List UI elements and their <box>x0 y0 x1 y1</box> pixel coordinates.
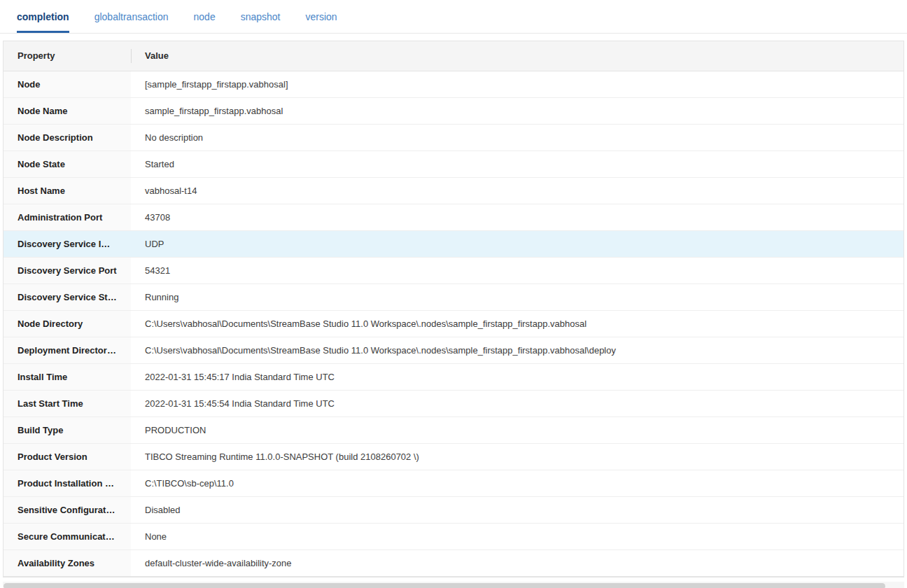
table-body: Node [sample_firstapp_firstapp.vabhosal]… <box>3 71 904 576</box>
table-row[interactable]: Node [sample_firstapp_firstapp.vabhosal] <box>3 71 904 97</box>
tab-label: node <box>194 11 216 22</box>
value-cell: PRODUCTION <box>131 416 904 443</box>
value-cell: C:\Users\vabhosal\Documents\StreamBase S… <box>131 310 904 337</box>
value-cell: C:\TIBCO\sb-cep\11.0 <box>131 470 904 496</box>
table-row[interactable]: Deployment Directories C:\Users\vabhosal… <box>3 337 904 363</box>
value-cell: [sample_firstapp_firstapp.vabhosal] <box>131 71 904 97</box>
tab-label: version <box>306 11 337 22</box>
tab-bar: completion globaltransaction node snapsh… <box>0 0 907 34</box>
property-cell: Build Type <box>3 416 131 443</box>
table-row[interactable]: Node State Started <box>3 150 904 177</box>
table-row[interactable]: Build Type PRODUCTION <box>3 416 904 443</box>
table-row[interactable]: Product Version TIBCO Streaming Runtime … <box>3 443 904 470</box>
property-cell: Node Directory <box>3 310 131 337</box>
tab-label: snapshot <box>241 11 281 22</box>
table-row[interactable]: Discovery Service State Running <box>3 284 904 310</box>
tab-node[interactable]: node <box>194 0 216 33</box>
table-row[interactable]: Secure Communicatio... None <box>3 523 904 550</box>
property-cell: Node Description <box>3 124 131 150</box>
value-cell: vabhosal-t14 <box>131 177 904 204</box>
table-row[interactable]: Node Description No description <box>3 124 904 150</box>
table-row[interactable]: Sensitive Configuratio... Disabled <box>3 496 904 523</box>
property-cell: Node <box>3 71 131 97</box>
property-cell: Host Name <box>3 177 131 204</box>
value-cell: default-cluster-wide-availability-zone <box>131 550 904 576</box>
property-cell: Install Time <box>3 363 131 390</box>
value-cell: Disabled <box>131 496 904 523</box>
property-cell: Node State <box>3 150 131 177</box>
property-cell: Discovery Service Impl... <box>3 230 131 257</box>
value-cell: sample_firstapp_firstapp.vabhosal <box>131 97 904 124</box>
horizontal-scrollbar[interactable] <box>3 582 904 588</box>
tab-label: completion <box>17 11 69 22</box>
value-cell: 2022-01-31 15:45:54 India Standard Time … <box>131 390 904 416</box>
table-row[interactable]: Discovery Service Port 54321 <box>3 257 904 284</box>
tab-snapshot[interactable]: snapshot <box>241 0 281 33</box>
property-cell: Sensitive Configuratio... <box>3 496 131 523</box>
tab-completion[interactable]: completion <box>17 0 69 33</box>
column-header-value: Value <box>131 41 904 71</box>
tab-label: globaltransaction <box>94 11 169 22</box>
tab-globaltransaction[interactable]: globaltransaction <box>94 0 169 33</box>
property-cell: Deployment Directories <box>3 337 131 363</box>
table-header-row: Property Value <box>3 41 904 71</box>
table-row[interactable]: Node Name sample_firstapp_firstapp.vabho… <box>3 97 904 124</box>
value-cell: 43708 <box>131 204 904 230</box>
property-cell: Product Version <box>3 443 131 470</box>
value-cell: None <box>131 523 904 550</box>
value-cell: TIBCO Streaming Runtime 11.0.0-SNAPSHOT … <box>131 443 904 470</box>
column-header-property: Property <box>3 41 131 71</box>
value-cell: Running <box>131 284 904 310</box>
table-row[interactable]: Node Directory C:\Users\vabhosal\Documen… <box>3 310 904 337</box>
table-row[interactable]: Availability Zones default-cluster-wide-… <box>3 550 904 576</box>
table-row[interactable]: Discovery Service Impl... UDP <box>3 230 904 257</box>
property-cell: Discovery Service Port <box>3 257 131 284</box>
property-cell: Secure Communicatio... <box>3 523 131 550</box>
table-row[interactable]: Administration Port 43708 <box>3 204 904 230</box>
table-row[interactable]: Product Installation Di... C:\TIBCO\sb-c… <box>3 470 904 496</box>
property-cell: Product Installation Di... <box>3 470 131 496</box>
value-cell: 54321 <box>131 257 904 284</box>
value-cell: UDP <box>131 230 904 257</box>
value-cell: C:\Users\vabhosal\Documents\StreamBase S… <box>131 337 904 363</box>
value-cell: Started <box>131 150 904 177</box>
scrollbar-thumb[interactable] <box>3 583 885 588</box>
properties-table: Property Value Node [sample_firstapp_fir… <box>3 41 904 578</box>
table-row[interactable]: Last Start Time 2022-01-31 15:45:54 Indi… <box>3 390 904 416</box>
property-cell: Discovery Service State <box>3 284 131 310</box>
value-cell: 2022-01-31 15:45:17 India Standard Time … <box>131 363 904 390</box>
table-row[interactable]: Host Name vabhosal-t14 <box>3 177 904 204</box>
property-cell: Node Name <box>3 97 131 124</box>
property-cell: Administration Port <box>3 204 131 230</box>
table-row[interactable]: Install Time 2022-01-31 15:45:17 India S… <box>3 363 904 390</box>
value-cell: No description <box>131 124 904 150</box>
property-cell: Availability Zones <box>3 550 131 576</box>
property-cell: Last Start Time <box>3 390 131 416</box>
tab-version[interactable]: version <box>306 0 337 33</box>
